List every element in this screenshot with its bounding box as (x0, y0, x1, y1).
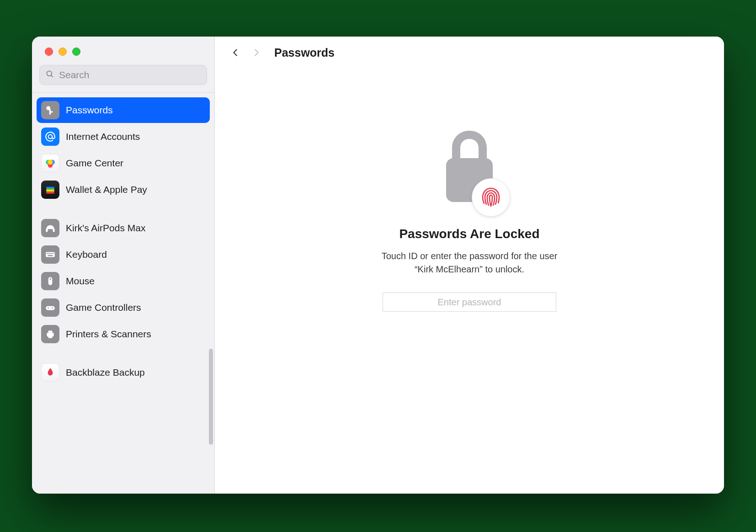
svg-rect-20 (51, 253, 52, 254)
svg-line-1 (51, 75, 53, 77)
key-icon (41, 101, 59, 119)
sidebar-group-gap (37, 348, 210, 359)
sidebar-item-label: Backblaze Backup (66, 367, 145, 378)
sidebar-item-label: Mouse (66, 276, 95, 287)
sidebar-item-label: Printers & Scanners (66, 329, 151, 340)
password-field-wrap[interactable] (383, 293, 556, 312)
sidebar-item-label: Internet Accounts (66, 131, 140, 142)
svg-rect-11 (46, 190, 54, 192)
minimize-window-button[interactable] (59, 48, 67, 56)
svg-rect-4 (51, 111, 53, 112)
headphones-icon (41, 219, 59, 237)
svg-rect-14 (46, 229, 48, 232)
sidebar-nav: Passwords Internet Accounts Game Center (32, 93, 214, 494)
mouse-icon (41, 272, 59, 290)
svg-rect-21 (53, 253, 53, 254)
sidebar-group-gap (37, 203, 210, 214)
sidebar-item-airpods-max[interactable]: Kirk's AirPods Max (37, 215, 210, 241)
sidebar-item-mouse[interactable]: Mouse (37, 268, 210, 294)
svg-rect-29 (48, 330, 53, 332)
close-window-button[interactable] (45, 48, 53, 56)
gamepad-icon (41, 298, 59, 317)
svg-point-5 (48, 135, 53, 139)
sidebar-item-game-controllers[interactable]: Game Controllers (37, 295, 210, 320)
backblaze-icon (41, 363, 59, 382)
sidebar-item-label: Game Center (66, 158, 123, 169)
locked-heading: Passwords Are Locked (399, 227, 539, 241)
svg-rect-19 (50, 253, 51, 254)
svg-rect-16 (46, 252, 55, 257)
svg-rect-3 (49, 109, 51, 115)
touchid-icon (472, 178, 510, 217)
locked-subtitle-line2: “Kirk McElhearn” to unlock. (415, 264, 524, 274)
wallet-icon (41, 181, 59, 199)
svg-rect-30 (48, 335, 53, 338)
svg-rect-22 (48, 255, 53, 256)
search-input[interactable] (59, 69, 201, 80)
svg-rect-12 (46, 192, 54, 193)
sidebar-item-label: Wallet & Apple Pay (66, 184, 147, 195)
svg-point-27 (52, 308, 53, 309)
password-input[interactable] (383, 293, 556, 311)
sidebar-item-backblaze-backup[interactable]: Backblaze Backup (37, 360, 210, 385)
svg-rect-13 (46, 187, 54, 188)
svg-point-26 (48, 308, 49, 309)
search-icon (45, 69, 54, 80)
forward-button[interactable] (247, 43, 266, 62)
gamecenter-icon (41, 154, 59, 172)
window-controls (32, 37, 214, 56)
svg-rect-15 (53, 229, 54, 232)
svg-rect-18 (48, 253, 49, 254)
sidebar-item-game-center[interactable]: Game Center (37, 150, 210, 176)
locked-subtitle: Touch ID or enter the password for the u… (382, 250, 558, 276)
svg-point-9 (48, 160, 53, 165)
settings-window: Passwords Internet Accounts Game Center (32, 37, 724, 494)
sidebar-scrollbar[interactable] (209, 349, 213, 445)
sidebar-item-label: Game Controllers (66, 302, 141, 313)
sidebar-item-wallet-apple-pay[interactable]: Wallet & Apple Pay (37, 177, 210, 202)
locked-state: Passwords Are Locked Touch ID or enter t… (382, 128, 558, 312)
sidebar-item-printers-scanners[interactable]: Printers & Scanners (37, 321, 210, 347)
zoom-window-button[interactable] (72, 48, 80, 56)
main-pane: Passwords (215, 37, 724, 494)
sidebar-item-internet-accounts[interactable]: Internet Accounts (37, 124, 210, 149)
sidebar-item-label: Keyboard (66, 249, 107, 260)
svg-rect-24 (50, 278, 51, 280)
svg-point-0 (47, 71, 52, 76)
at-icon (41, 128, 59, 146)
sidebar-item-label: Kirk's AirPods Max (66, 223, 145, 234)
locked-subtitle-line1: Touch ID or enter the password for the u… (382, 251, 558, 261)
sidebar-item-keyboard[interactable]: Keyboard (37, 242, 210, 267)
sidebar-item-label: Passwords (66, 105, 113, 116)
page-title: Passwords (274, 46, 335, 59)
content: Passwords Are Locked Touch ID or enter t… (215, 69, 724, 494)
back-button[interactable] (226, 43, 245, 62)
lock-illustration (431, 128, 508, 215)
search-field[interactable] (39, 65, 207, 85)
printer-icon (41, 325, 59, 343)
svg-rect-17 (47, 253, 48, 254)
sidebar: Passwords Internet Accounts Game Center (32, 37, 215, 494)
search-wrap (32, 56, 214, 91)
sidebar-item-passwords[interactable]: Passwords (37, 97, 210, 123)
svg-rect-25 (46, 306, 55, 310)
keyboard-icon (41, 245, 59, 264)
nav-arrows (226, 43, 266, 62)
toolbar: Passwords (215, 37, 724, 69)
